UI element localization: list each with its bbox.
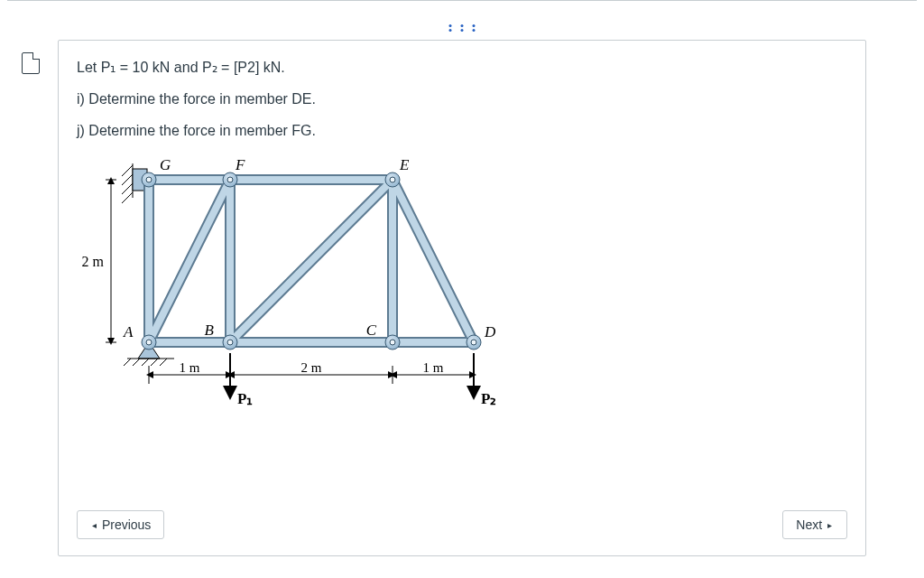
svg-line-30	[149, 180, 230, 342]
drag-handle-icon[interactable]	[449, 24, 476, 32]
svg-point-47	[390, 340, 395, 345]
label-C: C	[366, 322, 377, 339]
truss-figure: G F E A B C D 2 m	[77, 153, 847, 424]
part-i: i) Determine the force in member DE.	[77, 89, 847, 109]
svg-point-45	[146, 340, 152, 345]
chevron-left-icon: ◂	[90, 520, 98, 530]
svg-line-4	[122, 192, 133, 203]
svg-line-34	[393, 180, 474, 342]
chevron-right-icon: ▸	[826, 520, 834, 530]
top-divider	[7, 0, 917, 1]
svg-point-46	[227, 340, 233, 345]
previous-label: Previous	[102, 517, 151, 532]
dim-BC: 2 m	[301, 360, 322, 375]
label-B: B	[205, 322, 215, 339]
svg-point-48	[471, 340, 476, 345]
svg-point-44	[390, 177, 395, 182]
svg-point-42	[146, 177, 152, 182]
svg-line-9	[133, 359, 140, 366]
svg-line-11	[151, 359, 158, 366]
next-button[interactable]: Next ▸	[782, 510, 847, 539]
part-j: j) Determine the force in member FG.	[77, 120, 847, 141]
dim-height: 2 m	[82, 254, 105, 269]
svg-line-3	[122, 183, 133, 194]
label-A: A	[123, 323, 134, 340]
document-icon	[22, 52, 40, 74]
question-text: Let P₁ = 10 kN and P₂ = [P2] kN. i) Dete…	[77, 57, 847, 142]
question-card: Let P₁ = 10 kN and P₂ = [P2] kN. i) Dete…	[58, 40, 866, 556]
label-E: E	[399, 156, 410, 173]
label-G: G	[160, 156, 171, 173]
previous-button[interactable]: ◂ Previous	[77, 510, 164, 539]
svg-line-8	[124, 359, 131, 366]
svg-point-43	[227, 177, 233, 182]
svg-line-32	[230, 180, 393, 342]
label-F: F	[235, 156, 245, 173]
svg-line-12	[160, 359, 167, 366]
next-label: Next	[796, 517, 822, 532]
svg-line-1	[122, 165, 133, 176]
dim-CD: 1 m	[423, 360, 444, 375]
load-P2: P₂	[481, 390, 496, 407]
load-P1: P₁	[237, 390, 253, 407]
svg-line-2	[122, 174, 133, 185]
given-line: Let P₁ = 10 kN and P₂ = [P2] kN.	[77, 57, 847, 78]
dim-AB: 1 m	[180, 360, 200, 375]
label-D: D	[484, 323, 496, 340]
svg-line-10	[142, 359, 149, 366]
